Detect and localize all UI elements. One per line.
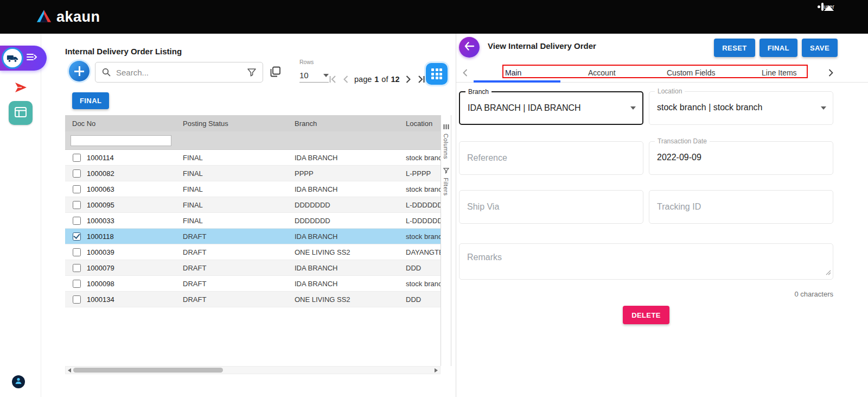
- remarks-field[interactable]: [459, 244, 833, 279]
- rows-per-page-select[interactable]: 10: [299, 68, 329, 83]
- save-button[interactable]: SAVE: [802, 39, 838, 57]
- cell-posting-status: DRAFT: [176, 295, 288, 304]
- tab-main[interactable]: Main: [505, 68, 521, 77]
- ship-via-field[interactable]: [459, 191, 643, 223]
- search-input[interactable]: [115, 67, 243, 78]
- resize-handle[interactable]: [826, 268, 831, 278]
- menu-open-icon: [27, 53, 37, 63]
- table-row[interactable]: 1000098 DRAFT IDA BRANCH stock branch: [65, 276, 441, 292]
- scroll-right-arrow[interactable]: [435, 368, 438, 373]
- cell-branch: DDDDDDD: [288, 201, 399, 209]
- next-page-button[interactable]: [406, 75, 411, 83]
- row-checkbox[interactable]: [73, 295, 81, 304]
- row-checkbox[interactable]: [73, 248, 81, 256]
- akaun-triangle-icon: [36, 9, 52, 26]
- column-header-branch[interactable]: Branch: [288, 119, 399, 128]
- duplicate-pages-icon[interactable]: [268, 65, 282, 79]
- last-page-button[interactable]: [417, 75, 425, 83]
- location-select[interactable]: Location stock branch | stock branch: [649, 91, 833, 125]
- row-checkbox[interactable]: [73, 280, 81, 288]
- cell-location: DAYANGTES: [399, 248, 441, 256]
- pagination: page1of12: [329, 72, 425, 87]
- filter-funnel-icon[interactable]: [247, 68, 256, 77]
- transaction-date-field[interactable]: Transaction Date 2022-09-09: [649, 141, 833, 175]
- table-row[interactable]: 1000063 FINAL IDA BRANCH stock branch: [65, 181, 441, 197]
- prev-page-button[interactable]: [343, 75, 348, 83]
- cell-posting-status: DRAFT: [176, 280, 288, 288]
- scrollbar-thumb[interactable]: [73, 368, 223, 373]
- ship-via-field-wrap: [459, 190, 643, 224]
- column-header-doc-no[interactable]: Doc No: [65, 119, 176, 128]
- tab-line-items[interactable]: Line Items: [762, 68, 797, 77]
- back-button[interactable]: [459, 37, 480, 58]
- reference-field[interactable]: [459, 142, 643, 174]
- cell-location: stock branch: [399, 232, 441, 241]
- table-filter-row: [65, 131, 441, 150]
- branch-label: Branch: [465, 88, 492, 96]
- brand-logo[interactable]: akaun: [36, 9, 100, 26]
- final-button[interactable]: FINAL: [760, 39, 797, 57]
- orders-table: Doc No Posting Status Branch Location 10…: [65, 115, 441, 307]
- tab-custom-fields[interactable]: Custom Fields: [667, 68, 715, 77]
- branch-select[interactable]: Branch IDA BRANCH | IDA BRANCH: [459, 91, 643, 125]
- table-row[interactable]: 1000134 DRAFT ONE LIVING SS2 DDD: [65, 292, 441, 307]
- person-icon: [15, 377, 22, 387]
- branch-value: IDA BRANCH | IDA BRANCH: [460, 92, 642, 124]
- row-checkbox[interactable]: [73, 169, 81, 178]
- cell-branch: PPPP: [288, 169, 399, 178]
- columns-tool[interactable]: Columns: [441, 124, 451, 159]
- table-row[interactable]: 1000033 FINAL DDDDDDD L-DDDDDDD: [65, 213, 441, 229]
- user-avatar[interactable]: user: [816, 4, 840, 30]
- reset-button[interactable]: RESET: [714, 39, 755, 57]
- add-button[interactable]: [69, 61, 90, 81]
- table-row[interactable]: 1000118 DRAFT IDA BRANCH stock branch: [65, 229, 441, 244]
- grid-view-button[interactable]: [426, 63, 448, 85]
- remarks-char-count: 0 characters: [459, 290, 833, 298]
- cell-branch: IDA BRANCH: [288, 280, 399, 288]
- row-checkbox[interactable]: [73, 264, 81, 272]
- table-row[interactable]: 1000079 DRAFT IDA BRANCH DDD: [65, 260, 441, 276]
- row-checkbox[interactable]: [73, 232, 81, 241]
- location-label: Location: [655, 87, 685, 95]
- row-checkbox[interactable]: [73, 201, 81, 209]
- column-header-location[interactable]: Location: [399, 119, 441, 128]
- cell-posting-status: FINAL: [176, 217, 288, 225]
- tracking-id-field[interactable]: [649, 191, 833, 223]
- tabs-scroll-right-icon[interactable]: [828, 69, 833, 79]
- cell-posting-status: FINAL: [176, 154, 288, 162]
- first-page-button[interactable]: [329, 75, 337, 83]
- cell-posting-status: FINAL: [176, 169, 288, 178]
- table-row[interactable]: 1000095 FINAL DDDDDDD L-DDDDDDD: [65, 197, 441, 213]
- column-header-posting-status[interactable]: Posting Status: [176, 119, 288, 128]
- cell-location: stock branch: [399, 154, 441, 162]
- tracking-id-field-wrap: [649, 190, 833, 224]
- paper-plane-icon: [14, 81, 28, 96]
- row-checkbox[interactable]: [73, 185, 81, 193]
- filters-tool[interactable]: Filters: [441, 168, 451, 196]
- sidebar-item-delivery-module[interactable]: [0, 46, 47, 71]
- cell-branch: ONE LIVING SS2: [288, 295, 399, 304]
- sidebar: [0, 34, 41, 397]
- doc-no-filter-input[interactable]: [71, 135, 171, 146]
- row-checkbox[interactable]: [73, 217, 81, 225]
- chevron-down-icon: [821, 106, 826, 110]
- final-filter-button[interactable]: FINAL: [72, 92, 109, 109]
- delete-button[interactable]: DELETE: [623, 306, 669, 324]
- table-row[interactable]: 1000039 DRAFT ONE LIVING SS2 DAYANGTES: [65, 244, 441, 260]
- sidebar-item-app[interactable]: [9, 80, 33, 97]
- tab-account[interactable]: Account: [588, 68, 616, 77]
- cell-location: L-DDDDDDD: [399, 217, 441, 225]
- table-row[interactable]: 1000082 FINAL PPPP L-PPPP: [65, 166, 441, 181]
- sidebar-profile-avatar[interactable]: [12, 375, 25, 388]
- cell-branch: IDA BRANCH: [288, 232, 399, 241]
- row-checkbox[interactable]: [73, 154, 81, 162]
- broken-image-icon: [821, 3, 824, 11]
- sidebar-item-listing-module[interactable]: [9, 101, 33, 125]
- transaction-date-label: Transaction Date: [655, 137, 710, 145]
- tabs-scroll-left-icon[interactable]: [463, 69, 468, 79]
- cell-doc-no: 1000079: [87, 264, 114, 272]
- table-row[interactable]: 1000114 FINAL IDA BRANCH stock branch: [65, 150, 441, 166]
- page-status: page1of12: [354, 75, 400, 84]
- scroll-left-arrow[interactable]: [68, 368, 71, 373]
- columns-icon: [443, 124, 449, 131]
